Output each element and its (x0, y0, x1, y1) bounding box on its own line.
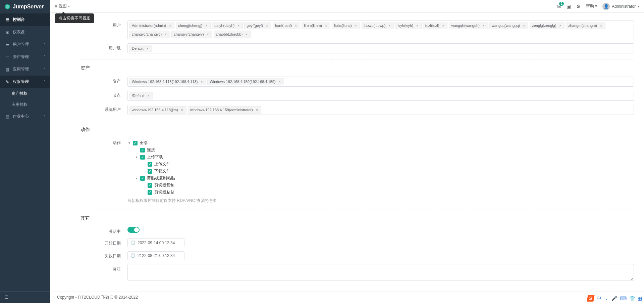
content: 用户 用户 Administrator(admin)×chengj(chengj… (50, 13, 644, 292)
nav-subitem-应用授权[interactable]: 应用授权 (0, 99, 50, 110)
nodes-tagbox[interactable]: /Default× (127, 91, 634, 101)
assets-tagbox[interactable]: Windows-192.168.4.113(192.168.4.113)×Win… (127, 77, 634, 87)
view-switch[interactable]: ≡ 视图 ▾ (55, 3, 70, 9)
nav-console-label: 控制台 (13, 17, 25, 23)
caret-icon[interactable]: ▾ (135, 176, 138, 180)
tag-remove-icon[interactable]: × (294, 24, 298, 28)
ime-bar: S 中 ， 🎤 ⌨ 👕 ▦ (587, 295, 642, 302)
tag-remove-icon[interactable]: × (324, 24, 328, 28)
tag-remove-icon[interactable]: × (482, 24, 486, 28)
nav-icon: ▤ (5, 114, 10, 119)
nav-label: 作业中心 (13, 114, 29, 119)
checkbox[interactable]: ✓ (148, 162, 152, 167)
tag-remove-icon[interactable]: × (599, 24, 603, 28)
tag-remove-icon[interactable]: × (164, 32, 168, 36)
tag-remove-icon[interactable]: × (415, 24, 419, 28)
tag-remove-icon[interactable]: × (147, 94, 151, 98)
checkbox[interactable]: ✓ (140, 176, 145, 181)
nav-item-作业中心[interactable]: ▤作业中心˅ (0, 110, 50, 123)
nav-item-仪表盘[interactable]: ◉仪表盘 (0, 26, 50, 38)
tag-remove-icon[interactable]: × (200, 80, 204, 84)
tag: lvyh(lvyh)× (395, 22, 421, 29)
tag-label: lvyh(lvyh) (397, 23, 413, 29)
tag: Windows-192.168.4.159(192.168.4.159)× (207, 78, 284, 85)
tag-label: windows-192.168.4.159(administrator) (190, 107, 253, 113)
ime-toolbox-icon[interactable]: ▦ (638, 296, 642, 301)
nav-icon: ▦ (5, 67, 10, 72)
checkbox[interactable]: ✓ (133, 141, 138, 145)
tag-remove-icon[interactable]: × (441, 24, 445, 28)
sidebar-collapse[interactable]: ☰ (0, 291, 50, 303)
tag-remove-icon[interactable]: × (146, 46, 150, 50)
tag-remove-icon[interactable]: × (255, 108, 259, 112)
tag-remove-icon[interactable]: × (354, 24, 358, 28)
tag-label: tuzl(tuzl) (425, 23, 439, 29)
tag-remove-icon[interactable]: × (206, 32, 210, 36)
users-tagbox[interactable]: Administrator(admin)×chengj(chengj)×daiy… (127, 20, 634, 39)
nav-item-权限管理[interactable]: ✎权限管理˄ (0, 76, 50, 88)
tag-remove-icon[interactable]: × (204, 24, 208, 28)
start-date-input[interactable]: 🕓2022-09-14 00:12:34 (127, 239, 184, 247)
caret-icon[interactable]: ▾ (135, 155, 138, 159)
tag-label: wangqq(wangqq) (492, 23, 520, 29)
caret-icon[interactable]: ▾ (127, 141, 131, 145)
sysusers-tagbox[interactable]: windows-192.168.4.113(jim)×windows-192.1… (127, 105, 634, 115)
tag: geyf(geyf)× (244, 22, 271, 29)
tag: zhangm(zhangm)× (566, 22, 605, 29)
active-switch[interactable] (127, 227, 140, 233)
nav-console[interactable]: ☰ 控制台 (0, 13, 50, 26)
tag-label: Administrator(admin) (132, 23, 166, 29)
tag-label: limm(limm) (304, 23, 322, 29)
gear-icon[interactable]: ⚙ (576, 4, 581, 9)
mail-icon[interactable]: ✉1 (557, 4, 561, 9)
tag-remove-icon[interactable]: × (168, 24, 172, 28)
clock-icon: 🕓 (130, 253, 136, 258)
ime-keyboard-icon[interactable]: ⌨ (620, 296, 627, 301)
ime-skin-icon[interactable]: 👕 (629, 296, 635, 301)
checkbox[interactable]: ✓ (148, 169, 152, 174)
checkbox[interactable]: ✓ (140, 148, 145, 153)
note-textarea[interactable] (127, 264, 634, 281)
logo[interactable]: JumpServer (0, 0, 50, 13)
ticket-icon[interactable]: ▣ (567, 4, 571, 9)
tag-remove-icon[interactable]: × (265, 24, 269, 28)
ime-lang[interactable]: 中 (597, 295, 601, 301)
ime-mic-icon[interactable]: 🎤 (611, 296, 617, 301)
expire-date-input[interactable]: 🕓2122-08-21 00:12:34 (127, 251, 184, 260)
tag: zhaobb(zhaobb)× (214, 31, 251, 38)
tag-remove-icon[interactable]: × (278, 80, 282, 84)
tree-node-upload[interactable]: ✓上传文件 (142, 161, 634, 168)
sogou-icon[interactable]: S (587, 295, 595, 302)
tag-label: chengj(chengj) (178, 23, 202, 29)
tag: limm(limm)× (302, 22, 330, 29)
nav-item-资产管理[interactable]: ▭资产管理˅ (0, 51, 50, 63)
nav-item-应用管理[interactable]: ▦应用管理˅ (0, 63, 50, 76)
checkbox[interactable]: ✓ (148, 190, 152, 195)
ime-punct[interactable]: ， (604, 295, 609, 301)
checkbox[interactable]: ✓ (140, 155, 145, 160)
tag-remove-icon[interactable]: × (558, 24, 562, 28)
tag-remove-icon[interactable]: × (387, 24, 391, 28)
checkbox[interactable]: ✓ (148, 183, 152, 188)
nav-subitem-资产授权[interactable]: 资产授权 (0, 88, 50, 99)
tag-remove-icon[interactable]: × (180, 108, 184, 112)
tree-node-connect[interactable]: ✓连接 (135, 146, 634, 154)
tag-remove-icon[interactable]: × (245, 32, 249, 36)
nav-item-用户管理[interactable]: ☰用户管理˅ (0, 38, 50, 51)
label-sysuser: 系统用户 (60, 105, 127, 113)
chevron-down-icon: ˅ (44, 68, 46, 71)
tree-node-clipboard[interactable]: ▾✓剪贴板复制粘贴 (135, 175, 634, 182)
help-dropdown[interactable]: 帮助 ▾ (586, 3, 597, 9)
tag: /Default× (129, 92, 153, 99)
tree-node-all[interactable]: ▾✓全部 (127, 139, 634, 146)
tag-remove-icon[interactable]: × (522, 24, 526, 28)
tree-node-updown[interactable]: ▾✓上传下载 (135, 154, 634, 161)
tree-node-clip-paste[interactable]: ✓剪切板粘贴 (142, 189, 634, 196)
user-menu[interactable]: 👤 Administrator ▾ (602, 3, 639, 10)
tag-remove-icon[interactable]: × (236, 24, 240, 28)
usergroups-tagbox[interactable]: Default× (127, 43, 634, 53)
tree-node-download[interactable]: ✓下载文件 (142, 168, 634, 175)
tag: daiyh(daiyh)× (212, 22, 243, 29)
tag-label: zhangyy(zhangyy) (174, 31, 204, 37)
tree-node-clip-copy[interactable]: ✓剪切板复制 (142, 182, 634, 189)
